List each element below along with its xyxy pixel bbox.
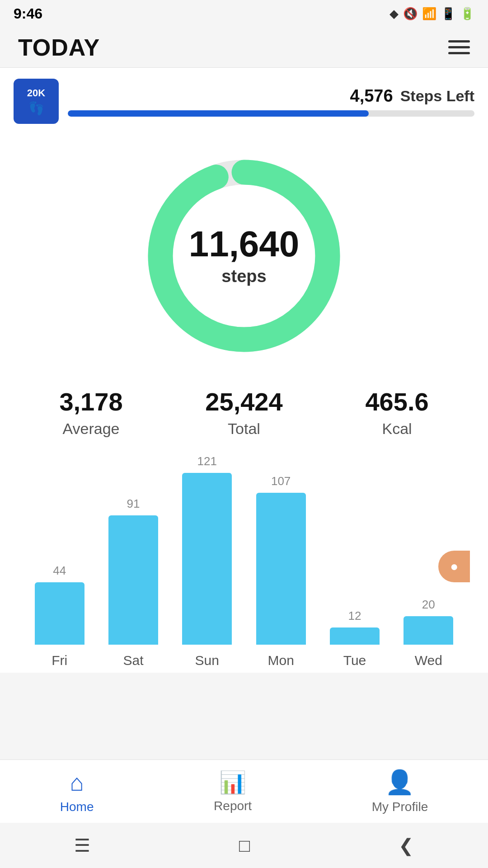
wifi-icon: 📶 (422, 7, 436, 21)
progress-bar-background (68, 110, 474, 117)
stats-row: 3,178 Average 25,424 Total 465.6 Kcal (18, 378, 470, 460)
status-icons: ◆ 🔇 📶 📱 🔋 (389, 7, 474, 21)
bar-sun (182, 473, 232, 645)
main-content: 11,640 steps 3,178 Average 25,424 Total … (0, 129, 488, 673)
stat-total: 25,424 Total (205, 387, 282, 438)
home-label: Home (60, 800, 94, 814)
android-back-button[interactable]: ❮ (399, 835, 414, 856)
bar-mon (256, 493, 306, 645)
ring-center: 11,640 steps (189, 226, 300, 286)
total-value: 25,424 (205, 387, 282, 416)
signal-icon: 📱 (441, 7, 455, 21)
bar-wed (404, 616, 453, 645)
menu-button[interactable] (448, 40, 470, 54)
chart-container: 44Fri91Sat121Sun107Mon12Tue20Wed (18, 460, 470, 673)
steps-left-label: Steps Left (400, 87, 474, 105)
steps-left-number: 4,576 (350, 86, 393, 106)
badge-icon: 👣 (28, 101, 44, 116)
status-time: 9:46 (14, 5, 42, 22)
bar-tue (330, 627, 380, 645)
floating-icon: ● (450, 559, 458, 574)
bar-value-label: 121 (197, 454, 217, 468)
bar-day-label: Sat (123, 653, 143, 668)
bar-day-label: Mon (267, 653, 294, 668)
steps-label: steps (189, 267, 300, 286)
report-icon: 📊 (219, 770, 246, 795)
battery-icon: 🔋 (460, 7, 474, 21)
mute-icon: 🔇 (403, 7, 418, 21)
bar-day-label: Fri (52, 653, 67, 668)
progress-bar-fill (68, 110, 369, 117)
bar-value-label: 44 (53, 564, 66, 578)
bar-group-tue: 12Tue (330, 609, 380, 668)
steps-count: 11,640 (189, 226, 300, 262)
total-label: Total (205, 420, 282, 438)
nav-report[interactable]: 📊 Report (214, 770, 252, 813)
page-title: TODAY (18, 34, 100, 61)
bar-group-mon: 107Mon (256, 474, 306, 668)
bar-sat (108, 515, 158, 645)
stat-kcal: 465.6 Kcal (365, 387, 428, 438)
average-value: 3,178 (59, 387, 122, 416)
achievement-badge: 20K 👣 (14, 79, 59, 124)
progress-section: 4,576 Steps Left (68, 86, 474, 117)
bar-group-sun: 121Sun (182, 454, 232, 668)
bluetooth-icon: ◆ (389, 7, 399, 21)
kcal-label: Kcal (365, 420, 428, 438)
android-navigation-bar: ☰ □ ❮ (0, 823, 488, 868)
bar-value-label: 91 (127, 497, 140, 511)
bottom-navigation: ⌂ Home 📊 Report 👤 My Profile (0, 760, 488, 823)
bar-group-fri: 44Fri (35, 564, 84, 668)
status-bar: 9:46 ◆ 🔇 📶 📱 🔋 (0, 0, 488, 27)
nav-profile[interactable]: 👤 My Profile (372, 769, 428, 814)
floating-action-button[interactable]: ● (438, 551, 470, 582)
bar-fri (35, 582, 84, 645)
badge-label: 20K (27, 87, 45, 99)
nav-home[interactable]: ⌂ Home (60, 769, 94, 814)
bar-value-label: 107 (271, 474, 291, 488)
bar-value-label: 12 (348, 609, 361, 623)
profile-label: My Profile (372, 800, 428, 814)
stat-average: 3,178 Average (59, 387, 122, 438)
bars-area: 44Fri91Sat121Sun107Mon12Tue20Wed (18, 469, 470, 668)
kcal-value: 465.6 (365, 387, 428, 416)
bar-day-label: Wed (415, 653, 442, 668)
bar-group-wed: 20Wed (404, 598, 453, 668)
bar-chart-section: 44Fri91Sat121Sun107Mon12Tue20Wed ● (18, 460, 470, 673)
bar-day-label: Tue (343, 653, 366, 668)
steps-left-row: 4,576 Steps Left (68, 86, 474, 106)
ring-chart: 11,640 steps (140, 152, 348, 360)
bar-group-sat: 91Sat (108, 497, 158, 668)
report-label: Report (214, 799, 252, 813)
android-menu-button[interactable]: ☰ (74, 835, 90, 856)
app-header: TODAY (0, 27, 488, 68)
progress-row: 20K 👣 4,576 Steps Left (0, 68, 488, 129)
average-label: Average (59, 420, 122, 438)
android-home-button[interactable]: □ (239, 835, 250, 856)
profile-icon: 👤 (385, 769, 414, 796)
bar-value-label: 20 (422, 598, 435, 612)
home-icon: ⌂ (70, 769, 84, 796)
bar-day-label: Sun (195, 653, 219, 668)
ring-chart-container: 11,640 steps (18, 129, 470, 378)
